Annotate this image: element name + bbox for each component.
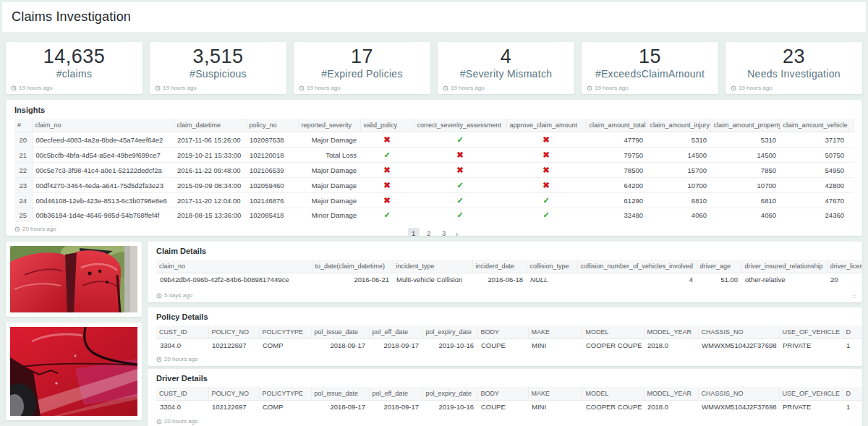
- table-row: 2100c5bcfb-4bfa-4d54-a5e4-49be9f699ce720…: [14, 148, 854, 163]
- column-header[interactable]: pol_expiry_date: [422, 387, 477, 401]
- cell: 3304.0: [156, 339, 208, 352]
- column-header[interactable]: pol_issue_date: [311, 325, 369, 339]
- cross-icon: ✖: [383, 181, 391, 189]
- cell: ✓: [414, 193, 506, 208]
- table-row: 2500b36194-1d4e-4646-985d-54b768ffef4f20…: [14, 208, 854, 223]
- column-header[interactable]: POLICY_NO: [208, 387, 259, 401]
- cell: 32480: [586, 208, 647, 223]
- insights-widget: Insights #claim_noclaim_datetimepolicy_n…: [6, 100, 862, 236]
- page-button-2[interactable]: 2: [423, 228, 435, 236]
- column-header[interactable]: incident_date: [472, 260, 527, 273]
- kpi-value: 3,515: [150, 46, 286, 68]
- cell: 2018-08-15 13:36:00: [174, 208, 246, 223]
- column-header[interactable]: incident_type: [393, 260, 472, 273]
- column-header[interactable]: claim_datetime: [174, 119, 246, 132]
- column-header[interactable]: collision_type: [527, 260, 577, 273]
- column-header[interactable]: CHASSIS_NO: [698, 387, 779, 401]
- cell: PRIVATE: [779, 401, 843, 414]
- column-header[interactable]: #: [14, 119, 32, 132]
- chevron-right-icon[interactable]: ›: [454, 229, 461, 236]
- column-header[interactable]: USE_OF_VEHICLE: [779, 325, 843, 339]
- column-header[interactable]: claim_amount_vehicle: [780, 119, 848, 132]
- driver-details-table: CUST_IDPOLICY_NOPOLICYTYPEpol_issue_date…: [156, 387, 862, 414]
- cell: 21: [14, 148, 32, 163]
- kpi-card-exceeds-claim-amount: 15 #ExceedsClaimAmount 19 hours ago: [582, 42, 718, 94]
- cell: ✓: [506, 208, 586, 223]
- cell: 2019-10-21 15:33:00: [174, 148, 246, 163]
- column-header[interactable]: pol_issue_date: [311, 387, 369, 401]
- cross-icon: ✖: [456, 166, 464, 174]
- column-header[interactable]: MODEL: [582, 325, 644, 339]
- resize-handle-icon[interactable]: ∷: [852, 294, 857, 300]
- column-header[interactable]: driver_insured_relationship: [741, 260, 827, 273]
- column-header[interactable]: pol_eff_date: [369, 387, 422, 401]
- column-header[interactable]: BODY: [477, 325, 528, 339]
- column-header[interactable]: D: [843, 325, 862, 339]
- page-title: Claims Investigation: [12, 9, 131, 25]
- column-header[interactable]: POLICYTYPE: [259, 387, 311, 401]
- cell: 14500: [647, 148, 710, 163]
- column-header[interactable]: POLICYTYPE: [259, 325, 311, 339]
- column-header[interactable]: MAKE: [528, 387, 582, 401]
- table-row: 2400d46108-12eb-423e-8513-6c3b0798e8e620…: [14, 193, 854, 208]
- page-button-3[interactable]: 3: [438, 228, 450, 236]
- widget-title: Policy Details: [156, 312, 854, 321]
- cell: Multi-vehicle Collision: [393, 273, 472, 286]
- kpi-label: #Suspicious: [150, 68, 286, 80]
- page-button-1[interactable]: 1: [408, 228, 420, 236]
- column-header[interactable]: claim_amount_property: [710, 119, 780, 132]
- kpi-value: 23: [726, 46, 862, 68]
- cell: ✖: [360, 178, 414, 193]
- clock-icon: [156, 357, 162, 362]
- column-header[interactable]: approve_claim_amount: [506, 119, 586, 132]
- column-header[interactable]: correct_severity_assessment: [414, 119, 506, 132]
- cell: 2017-11-06 15:26:00: [174, 132, 246, 148]
- cell: 23: [14, 178, 32, 193]
- cell: 47790: [586, 132, 647, 148]
- column-header[interactable]: MODEL_YEAR: [644, 387, 698, 401]
- check-icon: ✓: [456, 210, 463, 219]
- cell: 00b36194-1d4e-4646-985d-54b768ffef4f: [32, 208, 174, 223]
- cell: 102122697: [208, 339, 259, 352]
- kpi-card-expired-policies: 17 #Expired Policies 19 hours ago: [294, 42, 430, 94]
- column-header[interactable]: MAKE: [528, 325, 582, 339]
- column-header[interactable]: MODEL: [582, 387, 644, 401]
- column-header[interactable]: claim_no: [156, 260, 312, 273]
- cell: WMWXM5104J2F37698: [698, 339, 779, 352]
- column-header[interactable]: pol_expiry_date: [422, 325, 477, 339]
- column-header[interactable]: POLICY_NO: [208, 325, 259, 339]
- column-header[interactable]: to_date(claim_datetime): [312, 260, 393, 273]
- cell: ✖: [360, 132, 414, 148]
- column-header[interactable]: D: [843, 387, 862, 401]
- column-header[interactable]: driver_age: [697, 260, 741, 273]
- widget-updated: 20 hours ago: [156, 356, 198, 362]
- check-icon: ✓: [456, 196, 463, 205]
- column-header[interactable]: CUST_ID: [156, 387, 208, 401]
- column-header[interactable]: driver_license_issue: [827, 260, 862, 273]
- cell: COUPE: [477, 339, 528, 352]
- cell: 4060: [710, 208, 780, 223]
- column-header[interactable]: claim_amount_injury: [647, 119, 710, 132]
- column-header[interactable]: CHASSIS_NO: [698, 325, 779, 339]
- titlebar: Claims Investigation: [2, 2, 866, 32]
- column-header[interactable]: CUST_ID: [156, 325, 208, 339]
- column-header[interactable]: BODY: [477, 387, 528, 401]
- cell: ✓: [360, 208, 414, 223]
- column-header[interactable]: valid_policy: [360, 119, 414, 132]
- kpi-updated: 19 hours ago: [587, 85, 629, 91]
- column-header[interactable]: pol_eff_date: [369, 325, 422, 339]
- check-icon: ✓: [383, 150, 390, 159]
- column-header[interactable]: claim_amount_total: [586, 119, 647, 132]
- column-header[interactable]: policy_no: [246, 119, 298, 132]
- column-header[interactable]: claim_no: [32, 119, 174, 132]
- column-header[interactable]: collision_number_of_vehicles_involved: [577, 260, 697, 273]
- kpi-updated: 19 hours ago: [731, 85, 773, 91]
- policy-details-table: CUST_IDPOLICY_NOPOLICYTYPEpol_issue_date…: [156, 325, 862, 352]
- column-header[interactable]: USE_OF_VEHICLE: [779, 387, 843, 401]
- cell: 25: [14, 208, 32, 223]
- column-header[interactable]: reported_severity: [298, 119, 360, 132]
- cell: 102122697: [208, 401, 259, 414]
- column-header[interactable]: MODEL_YEAR: [644, 325, 698, 339]
- cell: Major Damage: [298, 178, 360, 193]
- kpi-value: 17: [294, 46, 430, 68]
